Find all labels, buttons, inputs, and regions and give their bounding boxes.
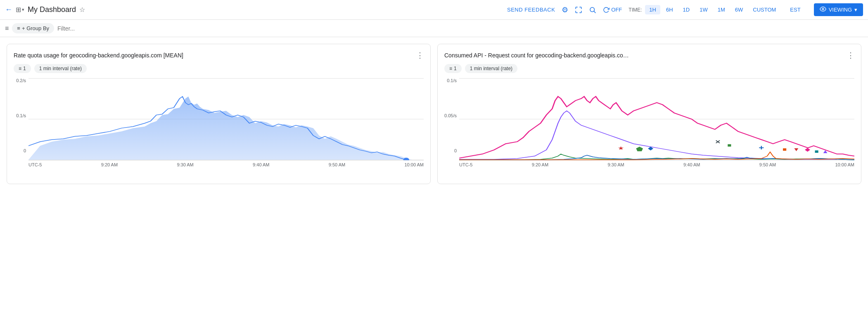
chart-header-1: Rate quota usage for geocoding-backend.g… [14, 51, 424, 60]
x-label-2-1: 9:30 AM [177, 162, 193, 167]
svg-text:✕: ✕ [715, 140, 721, 145]
x-label-1-2: 9:20 AM [532, 162, 548, 167]
header-left: ← ⊞ ▾ My Dashboard ☆ [5, 5, 504, 14]
filter-badge-count-2: 1 [454, 66, 457, 71]
group-by-label: + Group By [22, 25, 49, 31]
menu-icon[interactable]: ≡ [5, 25, 9, 32]
timezone-button[interactable]: EST [787, 5, 804, 14]
filter-badge-1[interactable]: ≡ 1 [14, 64, 31, 73]
y-label-top-2: 0.1/s [447, 78, 457, 83]
svg-text:+: + [759, 144, 764, 151]
header-center: SEND FEEDBACK ⚙ OFF TIME: 1H 6H 1D 1W [507, 3, 863, 16]
y-label-mid-2: 0.05/s [444, 113, 457, 118]
chart-inner-2: ★ ⬟ ◆ ✕ ■ + ■ ▼ [459, 78, 854, 161]
svg-point-2 [822, 8, 824, 10]
filter-input[interactable] [57, 25, 863, 32]
settings-button[interactable]: ⚙ [562, 5, 568, 14]
svg-text:■: ■ [783, 147, 787, 152]
chart-card-1: Rate quota usage for geocoding-backend.g… [7, 44, 431, 184]
header: ← ⊞ ▾ My Dashboard ☆ SEND FEEDBACK ⚙ [0, 0, 868, 20]
x-label-4-2: 9:50 AM [759, 162, 776, 167]
star-icon[interactable]: ☆ [79, 6, 85, 14]
x-label-5-2: 10:00 AM [835, 162, 854, 167]
time-1h-button[interactable]: 1H [645, 5, 660, 14]
chart-filters-1: ≡ 1 1 min interval (rate) [14, 64, 424, 73]
dashboard-icon[interactable]: ⊞ ▾ [16, 6, 24, 14]
time-section: TIME: 1H 6H 1D 1W 1M 6W CUSTOM [628, 5, 780, 14]
y-axis-2: 0.1/s 0.05/s 0 [444, 78, 459, 161]
filter-badge-count-1: 1 [23, 66, 26, 71]
send-feedback-button[interactable]: SEND FEEDBACK [507, 7, 555, 13]
y-label-bot-2: 0 [454, 148, 457, 153]
x-label-2-2: 9:30 AM [607, 162, 624, 167]
search-button[interactable] [589, 6, 596, 14]
x-label-1-1: 9:20 AM [101, 162, 118, 167]
fullscreen-button[interactable] [575, 6, 582, 14]
chart-area-2: 0.1/s 0.05/s 0 [444, 78, 854, 167]
viewing-label: VIEWING [829, 7, 852, 13]
viewing-button[interactable]: VIEWING ▾ [814, 3, 863, 16]
y-label-bot-1: 0 [24, 148, 26, 153]
caret-icon: ▾ [22, 7, 24, 12]
interval-badge-1[interactable]: 1 min interval (rate) [34, 64, 87, 73]
x-label-4-1: 9:50 AM [329, 162, 345, 167]
svg-line-1 [594, 11, 596, 13]
x-label-5-1: 10:00 AM [404, 162, 423, 167]
svg-text:★: ★ [618, 146, 624, 151]
main-content: Rate quota usage for geocoding-backend.g… [0, 37, 868, 191]
svg-marker-6 [28, 97, 424, 160]
x-label-0-2: UTC-5 [459, 162, 472, 167]
x-label-3-2: 9:40 AM [683, 162, 700, 167]
svg-point-0 [590, 7, 595, 12]
svg-text:⬟: ⬟ [636, 146, 643, 153]
chart-card-2: Consumed API - Request count for geocodi… [437, 44, 861, 184]
toolbar: ≡ ≡ + Group By [0, 20, 868, 37]
filter-badge-icon-1: ≡ [19, 66, 21, 71]
refresh-label: OFF [611, 7, 622, 13]
chart-filters-2: ≡ 1 1 min interval (rate) [444, 64, 854, 73]
chart-title-1: Rate quota usage for geocoding-backend.g… [14, 52, 183, 59]
chart-menu-button-1[interactable]: ⋮ [416, 51, 424, 60]
svg-text:▲: ▲ [822, 149, 829, 154]
grid-icon: ⊞ [16, 6, 21, 14]
svg-text:◆: ◆ [805, 147, 811, 152]
chart-area-1: 0.2/s 0.1/s 0 [14, 78, 424, 167]
x-axis-2: UTC-5 9:20 AM 9:30 AM 9:40 AM 9:50 AM 10… [444, 162, 854, 167]
chart-svg-2: ★ ⬟ ◆ ✕ ■ + ■ ▼ [459, 78, 854, 160]
svg-text:▼: ▼ [793, 147, 800, 152]
y-label-mid-1: 0.1/s [16, 113, 26, 118]
time-6w-button[interactable]: 6W [731, 5, 747, 14]
svg-text:◆: ◆ [648, 146, 654, 151]
time-1m-button[interactable]: 1M [714, 5, 729, 14]
x-axis-1: UTC-5 9:20 AM 9:30 AM 9:40 AM 9:50 AM 10… [14, 162, 424, 167]
svg-text:■: ■ [727, 143, 731, 148]
time-1d-button[interactable]: 1D [679, 5, 694, 14]
x-label-0-1: UTC-5 [28, 162, 42, 167]
back-button[interactable]: ← [5, 5, 12, 14]
chart-header-2: Consumed API - Request count for geocodi… [444, 51, 854, 60]
viewing-caret-icon: ▾ [854, 7, 857, 13]
chart-title-2: Consumed API - Request count for geocodi… [444, 52, 629, 59]
auto-refresh-button[interactable]: OFF [603, 7, 622, 13]
chart-inner-1 [28, 78, 424, 161]
y-label-top-1: 0.2/s [16, 78, 26, 83]
page-title: My Dashboard [28, 5, 76, 14]
eye-icon [820, 6, 826, 14]
time-label: TIME: [628, 7, 642, 13]
filter-badge-2[interactable]: ≡ 1 [444, 64, 462, 73]
time-1w-button[interactable]: 1W [695, 5, 712, 14]
time-custom-button[interactable]: CUSTOM [749, 5, 780, 14]
y-axis-1: 0.2/s 0.1/s 0 [14, 78, 28, 161]
group-by-icon: ≡ [17, 25, 20, 31]
filter-badge-icon-2: ≡ [449, 66, 452, 71]
chart-menu-button-2[interactable]: ⋮ [847, 51, 854, 60]
svg-text:■: ■ [814, 149, 818, 154]
group-by-button[interactable]: ≡ + Group By [12, 23, 54, 33]
time-6h-button[interactable]: 6H [662, 5, 677, 14]
interval-badge-2[interactable]: 1 min interval (rate) [465, 64, 517, 73]
chart-svg-1 [28, 78, 424, 160]
x-label-3-1: 9:40 AM [253, 162, 269, 167]
